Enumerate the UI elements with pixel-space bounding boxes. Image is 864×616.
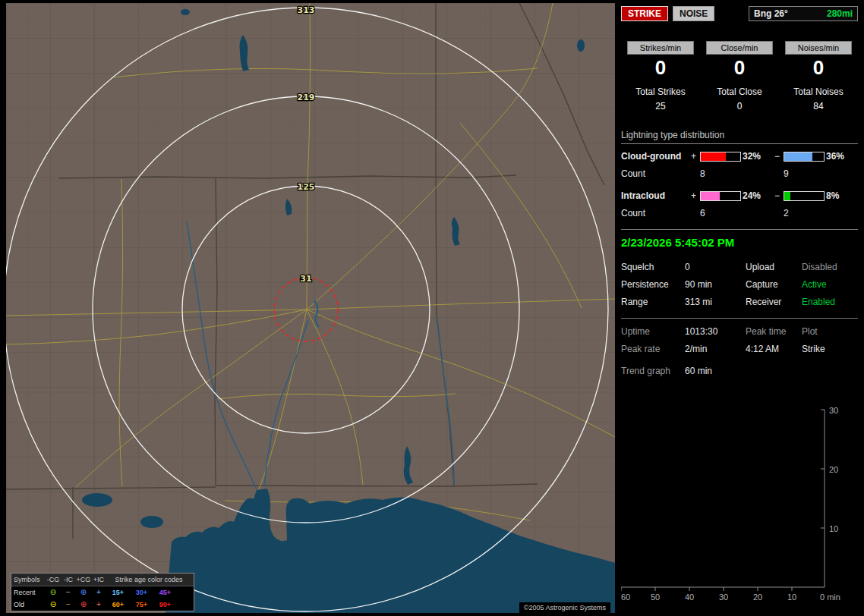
range-label-31: 31 [300, 274, 311, 284]
separator [621, 318, 858, 319]
legend-neg-cg-label: -CG [46, 576, 61, 583]
trend-graph-row: Trend graph 60 min [621, 366, 858, 376]
legend-old-row: Old ⊖ − ⊕ + 60+ 75+ 90+ [11, 599, 194, 611]
close-per-min-value: 0 [734, 56, 745, 79]
receiver-status: Enabled [802, 297, 858, 307]
peak-time-label: Peak time [746, 326, 802, 337]
pos-cg-old-icon: ⊕ [76, 601, 91, 608]
strike-button[interactable]: STRIKE [621, 6, 668, 21]
squelch-label: Squelch [621, 262, 685, 272]
cg-positive-count: 8 [700, 168, 743, 179]
noise-button[interactable]: NOISE [673, 6, 714, 21]
legend-pos-ic-label: +IC [91, 576, 106, 583]
ic-negative-percent: 8% [826, 190, 853, 201]
copyright-text: ©2005 Astrogenic Systems [519, 602, 610, 613]
age-60-label: 60+ [106, 601, 130, 608]
control-panel: STRIKE NOISE Bng 26° 280mi Strikes/min 0… [621, 6, 858, 610]
y-tick-30: 30 [829, 407, 838, 415]
range-label-219: 219 [298, 93, 315, 102]
minus-sign: − [774, 151, 784, 162]
x-tick-30: 30 [719, 592, 728, 602]
status-section: Squelch 0 Upload Disabled Persistence 90… [621, 262, 858, 307]
persistence-value: 90 min [685, 279, 746, 290]
separator [621, 229, 858, 230]
legend-age-title: Strike age color codes [106, 576, 191, 583]
total-close-label: Total Close [717, 86, 762, 97]
x-tick-40: 40 [685, 592, 694, 602]
count-label: Count [621, 168, 691, 179]
peak-rate-value: 2/min [685, 344, 746, 354]
range-value: 313 mi [685, 297, 746, 307]
cg-negative-percent: 36% [826, 151, 853, 162]
legend-header-row: Symbols -CG -IC +CG +IC Strike age color… [11, 574, 194, 586]
x-tick-10: 10 [787, 592, 796, 602]
neg-cg-old-icon: ⊖ [46, 601, 61, 608]
cloud-ground-label: Cloud-ground [621, 151, 691, 162]
bearing-range-value: 280mi [827, 8, 853, 19]
ic-positive-bar [700, 191, 741, 201]
total-noises-value: 84 [813, 101, 823, 112]
trend-graph-duration: 60 min [685, 366, 858, 376]
capture-status: Active [802, 279, 858, 290]
squelch-value: 0 [685, 262, 746, 272]
cg-positive-percent: 32% [743, 151, 774, 162]
pos-ic-old-icon: + [91, 601, 106, 608]
mode-row: STRIKE NOISE Bng 26° 280mi [621, 6, 858, 21]
count-label: Count [621, 208, 691, 218]
range-label: Range [621, 297, 685, 307]
pos-cg-recent-icon: ⊕ [76, 589, 91, 596]
plus-sign: + [691, 151, 700, 162]
neg-ic-old-icon: − [61, 601, 76, 608]
upload-status: Disabled [802, 262, 858, 272]
legend-recent-row: Recent ⊖ − ⊕ + 15+ 30+ 45+ [11, 586, 194, 599]
pos-ic-recent-icon: + [91, 589, 106, 596]
ic-positive-percent: 24% [743, 190, 774, 201]
uptime-label: Uptime [621, 326, 685, 337]
origin-label: 0 min [820, 592, 840, 602]
age-90-label: 90+ [153, 601, 177, 608]
close-column: Close/min 0 Total Close 0 [700, 41, 779, 112]
range-label-313: 313 [298, 5, 315, 15]
trend-axes [621, 410, 825, 591]
ic-positive-bar-fill [701, 192, 720, 200]
rate-section: Strikes/min 0 Total Strikes 25 Close/min… [621, 41, 858, 112]
neg-cg-recent-icon: ⊖ [46, 589, 61, 596]
distribution-title: Lightning type distribution [621, 130, 858, 144]
datetime-display: 2/23/2026 5:45:02 PM [621, 236, 858, 249]
cg-positive-bar [700, 152, 741, 162]
cg-negative-bar [784, 152, 825, 162]
legend-symbols-label: Symbols [14, 576, 46, 583]
total-noises-label: Total Noises [793, 86, 843, 97]
strikes-column: Strikes/min 0 Total Strikes 25 [621, 41, 700, 112]
total-close-value: 0 [737, 101, 743, 112]
age-30-label: 30+ [130, 589, 153, 596]
neg-ic-recent-icon: − [61, 589, 76, 596]
cloud-ground-count-row: Count 8 9 [621, 168, 858, 179]
close-per-min-button[interactable]: Close/min [706, 41, 773, 55]
age-75-label: 75+ [130, 601, 153, 608]
ic-negative-count: 2 [784, 208, 826, 218]
x-tick-20: 20 [753, 592, 762, 602]
ic-negative-bar [784, 191, 825, 201]
lightning-map[interactable]: 313 219 125 31 Symbols -CG -IC +CG +IC S… [6, 3, 615, 613]
symbols-legend: Symbols -CG -IC +CG +IC Strike age color… [11, 573, 194, 611]
peak-rate-label: Peak rate [621, 344, 685, 354]
age-15-label: 15+ [106, 589, 130, 596]
y-tick-10: 10 [829, 524, 838, 533]
map-canvas: 313 219 125 31 [6, 3, 615, 613]
trend-graph: 30 20 10 60 50 40 30 20 10 0 min [621, 407, 858, 605]
trend-graph-label: Trend graph [621, 366, 685, 376]
uptime-value: 1013:30 [685, 326, 746, 337]
intracloud-label: Intracloud [621, 190, 691, 201]
intracloud-count-row: Count 6 2 [621, 208, 858, 218]
strikes-per-min-button[interactable]: Strikes/min [627, 41, 694, 55]
noises-per-min-value: 0 [813, 56, 824, 79]
cloud-ground-row: Cloud-ground + 32% − 36% [621, 151, 858, 162]
noises-per-min-button[interactable]: Noises/min [785, 41, 852, 55]
stats-section: Uptime 1013:30 Peak time Plot Peak rate … [621, 326, 858, 354]
minus-sign: − [774, 190, 784, 201]
intracloud-row: Intracloud + 24% − 8% [621, 190, 858, 201]
strikes-per-min-value: 0 [655, 56, 666, 79]
y-tick-20: 20 [829, 465, 838, 474]
total-strikes-label: Total Strikes [635, 86, 685, 97]
